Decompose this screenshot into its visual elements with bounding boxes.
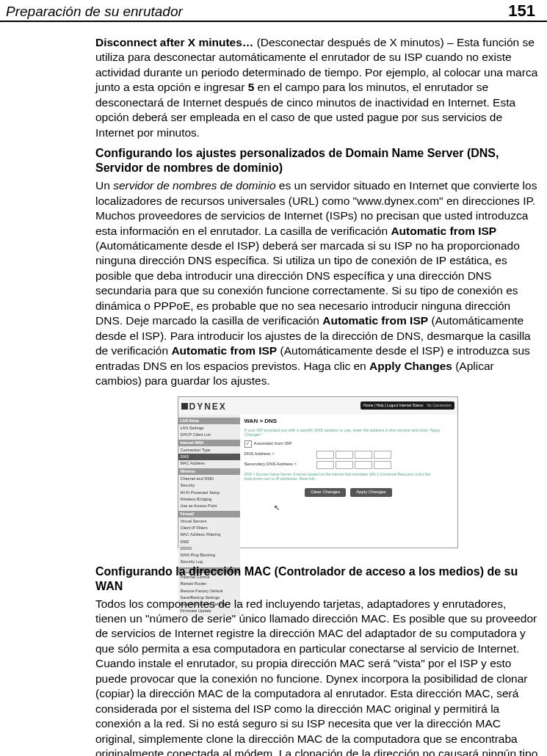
page-content: Disconnect after X minutes… (Desconectar… [0,22,547,756]
cursor-icon: ↖ [274,503,482,512]
paragraph-dns: Un servidor de nombres de dominio es un … [95,178,540,388]
mock-main: WAN > DNS If your ISP provided you with … [240,415,457,617]
mock-dns-row: DNS Address > [244,451,453,459]
mock-header: DYNEX Home | Help | Logout Internet Stat… [178,397,457,415]
side-item: MAC Address [178,460,240,467]
checkbox-icon[interactable]: ✓ [244,440,252,448]
side-item: Client IP Filters [178,525,240,531]
side-item: Restore Factory Default [178,588,240,595]
mock-intro: If your ISP provided you with a specific… [244,428,453,437]
side-item: Channel and SSID [178,476,240,482]
mock-footnote: DNS = Domain Name Server. A server locat… [244,472,453,481]
mock-nav: Home | Help | Logout Internet Status: No… [361,401,454,410]
italic-term: servidor de nombres de dominio [113,179,275,192]
side-item: Wireless Bridging [178,496,240,503]
paragraph-mac: Todos los componentes de la red incluyen… [95,597,540,756]
clear-changes-button[interactable]: Clear Changes [305,488,346,497]
mock-sidebar: LAN Setup LAN Settings DHCP Client List … [178,415,240,617]
side-item: WAN Ping Blocking [178,552,240,559]
bold-auto-isp-1: Automatic from ISP [391,225,496,237]
router-admin-ui: DYNEX Home | Help | Logout Internet Stat… [178,396,458,548]
side-item: Use as Access Point [178,503,240,509]
mock-dns2-row: Secondary DNS Address > [244,461,453,469]
logo: DYNEX [181,399,227,413]
side-cat: Wireless [178,468,240,475]
side-item: DHCP Client List [178,432,240,438]
mock-dns1-label: DNS Address > [244,451,314,457]
nav-links: Home | Help | Logout Internet Status: [363,403,424,408]
side-item: DMZ [178,539,240,545]
mock-ip-input[interactable] [316,461,391,469]
nav-status: No Connection [427,403,451,408]
bold-auto-isp-2: Automatic from ISP [322,314,428,327]
side-cat: Firewall [178,511,240,517]
bold-apply-changes: Apply Changes [369,360,452,372]
apply-changes-button[interactable]: Apply Changes [350,488,392,497]
side-item: MAC Address Filtering [178,531,240,538]
lead-bold: Disconnect after X minutes… [95,36,253,48]
side-item: Virtual Servers [178,518,240,525]
side-item: LAN Settings [178,425,240,432]
mock-dns2-label: Secondary DNS Address > [244,462,314,468]
side-item: Connection Type [178,447,240,454]
text: Un [95,179,113,192]
side-item: Wi-Fi Protected Setup [178,490,240,496]
side-item: Security [178,482,240,489]
subheading-dns: Configurando los ajustes personalizados … [95,146,540,175]
page-header: Preparación de su enrutador 151 [0,0,547,22]
section-title: Preparación de su enrutador [6,4,183,20]
mock-auto-isp-check[interactable]: ✓ Automatic from ISP [244,440,453,448]
side-cat: LAN Setup [178,418,240,424]
embedded-screenshot: DYNEX Home | Help | Logout Internet Stat… [95,396,540,548]
side-item-active: DNS [178,454,240,460]
mock-title: WAN > DNS [244,418,453,426]
paragraph-disconnect: Disconnect after X minutes… (Desconectar… [95,35,540,140]
mock-check-label: Automatic from ISP [254,441,292,447]
mock-ip-input[interactable] [316,451,391,459]
five-bold: 5 [248,81,255,93]
side-item: Restart Router [178,581,240,587]
side-cat: Internet WAN [178,440,240,446]
page-number: 151 [508,1,535,21]
bold-auto-isp-3: Automatic from ISP [171,344,277,357]
side-item: DDNS [178,545,240,552]
